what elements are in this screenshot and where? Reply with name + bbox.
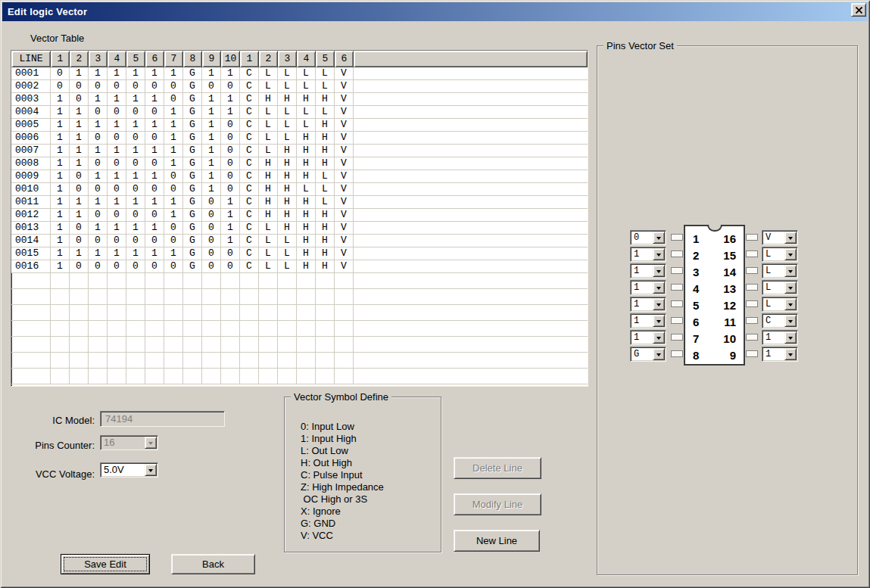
pin-6-select-dropdown-button[interactable]: [653, 315, 665, 327]
vector-cell: H: [259, 196, 278, 209]
table-row[interactable]: 00010111111G11CLLLLV: [11, 67, 588, 80]
vector-cell: 0: [51, 67, 70, 80]
pin-9-select-dropdown-button[interactable]: [784, 348, 797, 360]
row-filler: [354, 157, 588, 170]
pin-3-select-dropdown-button[interactable]: [653, 265, 665, 277]
table-row[interactable]: 00161000000G00CLLHHV: [11, 260, 588, 273]
pin-10-select-dropdown-button[interactable]: [784, 331, 797, 344]
empty-cell: [183, 305, 202, 321]
delete-line-button[interactable]: Delete Line: [454, 457, 541, 479]
pin-15-select[interactable]: L: [762, 247, 798, 262]
table-row[interactable]: 00041100001G11CLLLLV: [11, 106, 588, 119]
pin-number: 4: [693, 282, 699, 295]
empty-cell: [126, 369, 145, 384]
line-number-cell: 0016: [11, 260, 51, 273]
pin-8-select-dropdown-button[interactable]: [653, 348, 665, 360]
pin-2-select[interactable]: 1: [630, 247, 666, 262]
pin-15-select-dropdown-button[interactable]: [784, 248, 797, 260]
pin-12-select[interactable]: L: [762, 297, 798, 312]
vector-cell: L: [297, 67, 316, 80]
table-row[interactable]: 00051111111G10CLLLHV: [11, 119, 588, 132]
pin-10-select[interactable]: 1: [762, 330, 798, 345]
table-row[interactable]: 00121100001G01CHHHHV: [11, 209, 588, 222]
empty-cell: [183, 369, 202, 384]
empty-cell: [297, 369, 316, 384]
table-row[interactable]: 00111111111G01CHHHLV: [11, 196, 588, 209]
vector-cell: C: [240, 209, 259, 222]
pin-4-select[interactable]: 1: [630, 280, 666, 295]
pin-14-select-dropdown-button[interactable]: [784, 265, 797, 277]
table-row[interactable]: 00081100001G10CHHHHV: [11, 157, 588, 170]
vector-cell: 0: [202, 222, 221, 235]
pin-1-select[interactable]: 0: [630, 230, 666, 245]
pin-3-select[interactable]: 1: [630, 263, 666, 278]
row-filler: [354, 196, 588, 209]
save-edit-button[interactable]: Save Edit: [61, 554, 150, 574]
pin-5-select-dropdown-button[interactable]: [653, 298, 665, 310]
pin-4-select-dropdown-button[interactable]: [653, 282, 665, 294]
table-row[interactable]: 00101000000G10CHHLLV: [11, 183, 588, 196]
pin-number: 1: [693, 232, 699, 245]
chevron-down-icon: [788, 320, 793, 325]
pin-7-select-dropdown-button[interactable]: [653, 331, 665, 344]
pin-16-select-dropdown-button[interactable]: [784, 232, 797, 244]
empty-cell: [11, 321, 51, 337]
empty-cell: [240, 305, 259, 321]
table-row[interactable]: 00061100001G10CLLHHV: [11, 132, 588, 145]
pin-11-select[interactable]: C: [762, 313, 798, 328]
pins-counter-dropdown-button[interactable]: [145, 437, 157, 449]
vector-cell: 1: [89, 196, 108, 209]
pin-1-select-dropdown-button[interactable]: [653, 232, 665, 244]
modify-line-button[interactable]: Modify Line: [454, 493, 541, 515]
table-row[interactable]: 00020000000G00CLLLLV: [11, 80, 588, 93]
vcc-voltage-select[interactable]: 5.0V: [100, 462, 158, 478]
vector-cell: H: [259, 170, 278, 183]
vector-cell: V: [335, 93, 354, 106]
pins-counter-select[interactable]: 16: [100, 435, 158, 450]
vector-cell: 0: [126, 209, 145, 222]
pin-13-select-dropdown-button[interactable]: [784, 282, 797, 294]
table-row[interactable]: 00131011110G01CLHHHV: [11, 222, 588, 235]
empty-cell: [316, 337, 335, 353]
vcc-voltage-dropdown-button[interactable]: [145, 464, 157, 476]
vector-cell: H: [297, 209, 316, 222]
pin-lead-icon: [746, 284, 758, 291]
chevron-down-icon: [656, 303, 661, 309]
vector-cell: 1: [164, 106, 183, 119]
pin-9-select[interactable]: 1: [762, 347, 798, 362]
pin-2-select-dropdown-button[interactable]: [653, 248, 665, 260]
vector-cell: 0: [221, 80, 240, 93]
empty-cell: [240, 289, 259, 305]
pin-6-select[interactable]: 1: [630, 313, 666, 328]
pin-5-select[interactable]: 1: [630, 297, 666, 312]
table-row[interactable]: 00091011110G10CHHHLV: [11, 170, 588, 183]
back-button[interactable]: Back: [171, 554, 255, 574]
new-line-button[interactable]: New Line: [454, 530, 540, 552]
pin-16-select[interactable]: V: [762, 230, 798, 245]
empty-cell: [126, 273, 145, 289]
pin-13-select[interactable]: L: [762, 280, 798, 295]
vector-cell: 0: [221, 247, 240, 260]
pin-7-select[interactable]: 1: [630, 330, 666, 345]
vector-cell: 1: [51, 247, 70, 260]
focus-rectangle: [64, 558, 146, 571]
vector-table[interactable]: LINE12345678910123456 00010111111G11CLLL…: [11, 50, 588, 387]
vector-cell: 1: [51, 260, 70, 273]
vector-cell: G: [183, 247, 202, 260]
vector-cell: 1: [51, 119, 70, 132]
pin-14-select[interactable]: L: [762, 263, 798, 278]
line-number-cell: 0013: [11, 222, 51, 235]
close-button[interactable]: [851, 3, 866, 17]
table-row[interactable]: 00151111111G00CLLHHV: [11, 247, 588, 260]
pin-7-select-value: 1: [634, 332, 652, 343]
vector-cell: L: [259, 260, 278, 273]
ic-model-field[interactable]: 74194: [100, 411, 225, 427]
pin-8-select[interactable]: G: [630, 347, 666, 362]
vector-cell: 1: [51, 170, 70, 183]
table-row[interactable]: 00071111111G10CLHHHV: [11, 145, 588, 157]
table-row[interactable]: 00031011110G11CHHHHV: [11, 93, 588, 106]
pin-11-select-dropdown-button[interactable]: [784, 315, 797, 327]
table-row[interactable]: 00141000000G01CLLHHV: [11, 235, 588, 247]
pin-12-select-dropdown-button[interactable]: [784, 298, 797, 310]
vector-cell: 0: [164, 170, 183, 183]
